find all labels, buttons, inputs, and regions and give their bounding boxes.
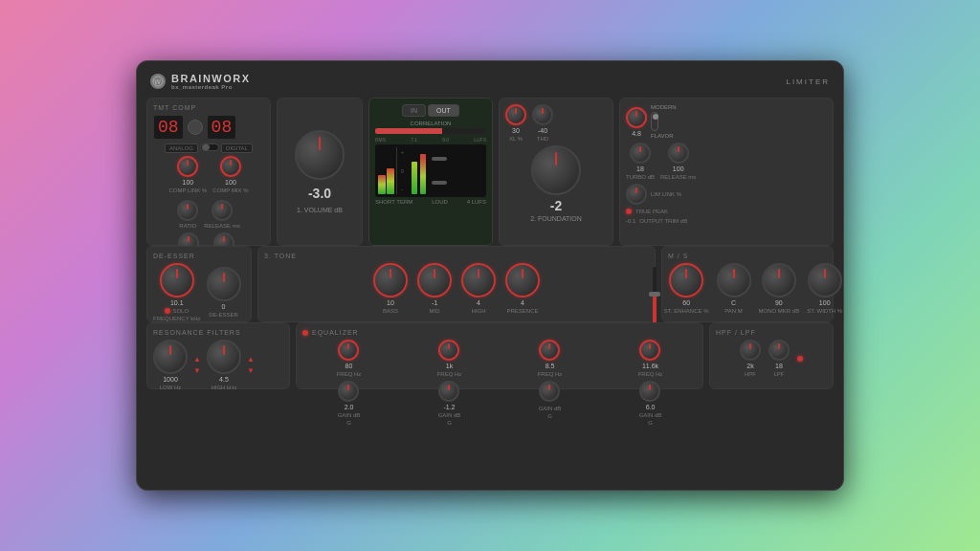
eq-band-2-freq-knob[interactable] (438, 340, 459, 361)
vu-meter-display: + 0 - (375, 144, 486, 197)
turbo-value: 18 (636, 165, 644, 172)
eq-band-3-gain-knob[interactable] (539, 381, 560, 402)
mid-value: -1 (432, 299, 437, 306)
output-trim-label: OUTPUT TRIM dB (639, 218, 687, 224)
deesser-panel: DE-ESSER 10.1 SOLO FREQUENCY kHz 0 DE-ES… (146, 246, 252, 322)
eq-band-4-gain-knob[interactable] (639, 381, 660, 402)
high-knob[interactable] (461, 263, 496, 298)
tone-title-row: 3. TONE (264, 253, 649, 259)
presence-label: PRESENCE (506, 308, 538, 314)
lpf-knob[interactable] (768, 340, 790, 361)
st-width-knob[interactable] (808, 263, 842, 298)
lim-link-knob[interactable] (626, 184, 647, 205)
mono-maker-label: MONO MKR dB (759, 308, 800, 314)
lim-link-row: LIM LINK % (626, 184, 827, 205)
output-trim-row: -0.1 OUTPUT TRIM dB (626, 218, 827, 224)
deesser-solo-label: SOLO (172, 308, 189, 314)
res-up-arrow[interactable]: ▲ (193, 355, 201, 364)
tmt-knob-row-1: 100 COMP LINK % 100 COMP MIX % (153, 156, 264, 193)
limiter-switch[interactable] (651, 112, 658, 131)
vu-divider (396, 147, 397, 194)
res-low-value: 1000 (163, 376, 178, 383)
res-low-knob[interactable] (153, 340, 188, 374)
lim-release-knob[interactable] (668, 143, 689, 164)
fader-bar-l (412, 162, 417, 194)
eq-band-1-gain-label: GAIN dB (338, 412, 361, 418)
res-up-arrow-2[interactable]: ▲ (247, 355, 255, 364)
ms-slider-thumb[interactable] (649, 292, 660, 297)
meter-labels: RMS 7.1 8.0 LUFS (375, 137, 486, 143)
deesser-amount-knob[interactable] (207, 267, 241, 301)
lufs-value: 4 LUFS (467, 199, 486, 205)
analog-digital-switch[interactable] (200, 143, 219, 151)
foundation-label: FOUNDATION (538, 215, 582, 222)
tmt-comp-label: TMT COMP (153, 104, 264, 111)
header: W BRAINWORX bx_masterdeak Pro LIMITER (146, 71, 834, 92)
true-peak-row: TRUE PEAK (626, 209, 827, 214)
tone-section-number: 3. (264, 253, 272, 259)
res-down-arrow-2[interactable]: ▼ (247, 366, 255, 375)
rms-label: RMS (375, 137, 386, 143)
res-filters-panel: RESONANCE FILTERS 1000 LOW Hz ▲ ▼ 4.5 HI… (146, 322, 290, 389)
st-enhance-knob[interactable] (669, 263, 703, 298)
eq-band-4-q: G (648, 420, 653, 426)
foundation-knob[interactable] (531, 145, 581, 195)
comp-mix-knob-group: 100 COMP MIX % (212, 156, 248, 193)
tmt-center-knob[interactable] (188, 120, 203, 135)
hpf-knob-group: 2k HPF (740, 340, 761, 377)
comp-mix-knob[interactable] (220, 156, 241, 177)
mono-maker-knob[interactable] (762, 263, 796, 298)
true-peak-label: TRUE PEAK (635, 209, 668, 214)
ratio-knob[interactable] (177, 200, 198, 221)
true-peak-led (626, 209, 632, 214)
eq-band-4-gain-label: GAIN dB (639, 412, 662, 418)
eq-band-2-gain-knob[interactable] (438, 381, 459, 402)
ms-slider[interactable] (653, 267, 657, 324)
rms-value-1: 7.1 (411, 137, 417, 143)
limiter-main-knob-group: 4.8 (626, 107, 647, 137)
tone-label: TONE (275, 253, 297, 259)
release-knob[interactable] (212, 200, 233, 221)
res-high-knob[interactable] (207, 340, 241, 374)
eq-band-1-gain-knob[interactable] (338, 381, 359, 402)
meter-bottom-labels: SHORT TERM LOUD 4 LUFS (375, 199, 486, 205)
bass-knob[interactable] (373, 263, 408, 298)
fader-bar-r (420, 154, 426, 194)
eq-band-4: 11.6k FREQ Hz 6.0 GAIN dB G (638, 340, 663, 426)
thd-knob[interactable] (532, 104, 553, 125)
analog-btn[interactable]: ANALOG (165, 143, 198, 153)
fader-thumb-2[interactable] (432, 181, 447, 185)
fader-thumb-1[interactable] (432, 157, 447, 161)
comp-link-knob[interactable] (177, 156, 198, 177)
foundation-main: -2 2. FOUNDATION (505, 145, 607, 222)
turbo-knob[interactable] (630, 143, 651, 164)
deesser-frequency-label: FREQUENCY kHz (153, 316, 201, 321)
bass-knob-group: 10 BASS (373, 263, 408, 314)
volume-knob[interactable] (295, 130, 345, 180)
eq-band-1-freq-knob[interactable] (338, 340, 359, 361)
lpf-label: LPF (773, 371, 784, 377)
presence-knob[interactable] (505, 263, 540, 298)
vu-scale: + 0 - (399, 147, 406, 194)
res-down-arrow[interactable]: ▼ (193, 366, 201, 375)
mono-maker-value: 90 (775, 299, 783, 306)
hpf-value: 2k (746, 363, 753, 369)
pan-knob[interactable] (717, 263, 751, 298)
mid-knob[interactable] (417, 263, 452, 298)
brand-subtitle: bx_masterdeak Pro (171, 84, 251, 90)
eq-band-3-freq-knob[interactable] (539, 340, 560, 361)
out-tab[interactable]: OUT (428, 104, 459, 117)
hpf-knob[interactable] (740, 340, 761, 361)
xl-knob[interactable] (505, 104, 526, 125)
deesser-freq-knob[interactable] (160, 263, 194, 298)
plugin-window: W BRAINWORX bx_masterdeak Pro LIMITER TM… (136, 60, 844, 491)
eq-band-4-freq-knob[interactable] (639, 340, 660, 361)
res-arrows-2: ▲ ▼ (247, 355, 255, 375)
limiter-main-knob[interactable] (626, 107, 647, 128)
eq-band-2-gain-label: GAIN dB (438, 412, 461, 418)
in-tab[interactable]: IN (402, 104, 426, 117)
lim-release-label: RELEASE ms (660, 174, 696, 180)
lim-release-value: 100 (673, 165, 684, 172)
digital-btn[interactable]: DIGITAL (221, 143, 253, 153)
eq-band-1-freq: 80 (345, 363, 353, 369)
